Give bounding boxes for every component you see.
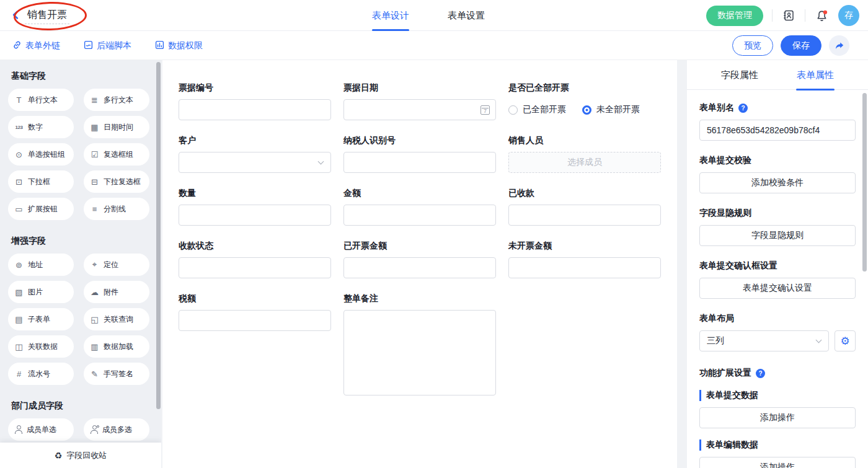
text-input[interactable]: [179, 257, 331, 278]
sidebar-field-item[interactable]: ▧图片: [8, 281, 74, 303]
canvas-field[interactable]: 税额: [179, 293, 331, 331]
help-icon[interactable]: ?: [738, 104, 748, 113]
sidebar-field-item[interactable]: ☁附件: [84, 281, 149, 303]
textarea-input[interactable]: [343, 310, 496, 395]
radio-button[interactable]: [508, 105, 518, 115]
canvas-field[interactable]: 金额: [343, 188, 496, 226]
sidebar-field-item[interactable]: ☑复选框组: [84, 143, 149, 166]
calendar-icon: 7: [480, 105, 490, 115]
help-icon[interactable]: ?: [756, 369, 765, 378]
tab-form-properties[interactable]: 表单属性: [797, 60, 834, 90]
sidebar-field-item[interactable]: ◫关联数据: [8, 335, 74, 358]
submit-confirm-button[interactable]: 表单提交确认设置: [699, 278, 856, 299]
number-icon: 123: [14, 125, 24, 130]
permission-icon: [155, 40, 164, 51]
form-validation-label: 表单提交校验: [699, 155, 856, 166]
sidebar-field-item[interactable]: ⊟下拉复选框: [84, 170, 149, 193]
field-visibility-button[interactable]: 字段显隐规则: [699, 225, 856, 246]
canvas-field[interactable]: 整单备注: [343, 293, 496, 395]
sidebar-field-item[interactable]: ▥数据加载: [84, 335, 149, 358]
sidebar-field-item[interactable]: T单行文本: [8, 89, 74, 111]
radio-button[interactable]: [582, 105, 591, 115]
preview-button[interactable]: 预览: [732, 35, 773, 56]
add-action-button[interactable]: 添加操作: [699, 457, 856, 468]
text-input[interactable]: [343, 257, 496, 278]
sidebar-scrollbar[interactable]: [156, 62, 161, 409]
back-button[interactable]: [11, 10, 20, 22]
canvas-field[interactable]: 票据日期7: [343, 82, 496, 120]
sidebar-field-item[interactable]: ≡分割线: [84, 198, 149, 220]
avatar[interactable]: 存: [838, 5, 859, 26]
text-input[interactable]: [179, 310, 331, 331]
bell-icon[interactable]: [814, 8, 830, 24]
select-input[interactable]: [179, 152, 331, 173]
date-input[interactable]: 7: [343, 99, 496, 120]
text-input[interactable]: [179, 205, 331, 226]
member-picker[interactable]: 选择成员: [508, 152, 661, 173]
tab-field-properties[interactable]: 字段属性: [721, 60, 758, 90]
canvas-field[interactable]: 是否已全部开票已全部开票未全部开票: [508, 82, 661, 120]
attachment-icon: ☁: [89, 288, 100, 297]
sidebar-field-item[interactable]: ▭扩展按钮: [8, 198, 74, 220]
canvas-field[interactable]: 票据编号: [179, 82, 331, 120]
sidebar-field-item[interactable]: #流水号: [8, 363, 74, 385]
sidebar-field-item[interactable]: 成员多选: [84, 418, 149, 441]
sidebar-field-item[interactable]: ≣多行文本: [84, 89, 149, 111]
sidebar-field-item[interactable]: 成员单选: [8, 418, 74, 441]
sidebar-field-item[interactable]: ✎手写签名: [84, 363, 149, 385]
form-alias-input[interactable]: [699, 120, 856, 141]
field-label: 纳税人识别号: [343, 135, 496, 146]
form-title[interactable]: 销售开票: [25, 9, 69, 24]
text-input[interactable]: [508, 257, 661, 278]
layout-select[interactable]: 三列: [699, 330, 829, 351]
canvas-field[interactable]: 纳税人识别号: [343, 135, 496, 173]
panel-scrollbar[interactable]: [862, 93, 867, 272]
radio-option[interactable]: 未全部开票: [582, 104, 640, 115]
sidebar-item-label: 成员多选: [102, 425, 132, 435]
sidebar-field-item[interactable]: ⊡下拉框: [8, 170, 74, 193]
gear-icon[interactable]: ⚙: [835, 330, 856, 351]
save-button[interactable]: 保存: [781, 35, 822, 56]
canvas-field[interactable]: 已开票金额: [343, 241, 496, 278]
sidebar-field-item[interactable]: ⌖定位: [84, 254, 149, 276]
sidebar-field-item[interactable]: ◱关联查询: [84, 308, 149, 330]
form-layout-label: 表单布局: [699, 313, 856, 324]
contact-book-icon[interactable]: [781, 8, 796, 23]
add-validation-button[interactable]: 添加校验条件: [699, 172, 856, 193]
chevron-down-icon: [318, 159, 324, 165]
text-input[interactable]: [343, 152, 496, 173]
address-icon: ⊚: [14, 260, 24, 270]
data-permission-link[interactable]: 数据权限: [155, 40, 203, 51]
field-recycle-bin[interactable]: ♻ 字段回收站: [0, 443, 161, 468]
tab-form-settings[interactable]: 表单设置: [448, 0, 485, 31]
tab-form-design[interactable]: 表单设计: [372, 0, 409, 31]
form-external-link[interactable]: 表单外链: [12, 40, 60, 51]
canvas-field[interactable]: 数量: [179, 188, 331, 226]
radio-group-icon: ⊙: [14, 150, 24, 159]
canvas-field[interactable]: 未开票金额: [508, 241, 661, 278]
member-picker-placeholder: 选择成员: [567, 157, 602, 168]
add-action-button[interactable]: 添加操作: [699, 407, 856, 428]
canvas-field[interactable]: 已收款: [508, 188, 661, 226]
canvas-field[interactable]: 销售人员选择成员: [508, 135, 661, 173]
canvas-field[interactable]: 收款状态: [179, 241, 331, 278]
extend-button-icon: ▭: [14, 205, 24, 214]
data-manage-button[interactable]: 数据管理: [706, 6, 763, 26]
submit-confirm-label: 表单提交确认框设置: [699, 260, 856, 272]
share-arrow-icon[interactable]: [829, 35, 849, 56]
sidebar-field-item[interactable]: ▦日期时间: [84, 116, 149, 138]
sidebar-field-item[interactable]: 123数字: [8, 116, 74, 138]
datetime-icon: ▦: [89, 123, 100, 132]
field-label: 未开票金额: [508, 241, 661, 252]
text-input[interactable]: [343, 205, 496, 226]
sidebar-field-item[interactable]: ⊙单选按钮组: [8, 143, 74, 166]
field-visibility-label: 字段显隐规则: [699, 208, 856, 219]
signature-icon: ✎: [89, 369, 100, 379]
text-input[interactable]: [179, 99, 331, 120]
sidebar-field-item[interactable]: ▤子表单: [8, 308, 74, 330]
backend-script-link[interactable]: 后端脚本: [84, 40, 131, 51]
sidebar-field-item[interactable]: ⊚地址: [8, 254, 74, 276]
radio-option[interactable]: 已全部开票: [508, 104, 566, 115]
canvas-field[interactable]: 客户: [179, 135, 331, 173]
text-input[interactable]: [508, 205, 661, 226]
